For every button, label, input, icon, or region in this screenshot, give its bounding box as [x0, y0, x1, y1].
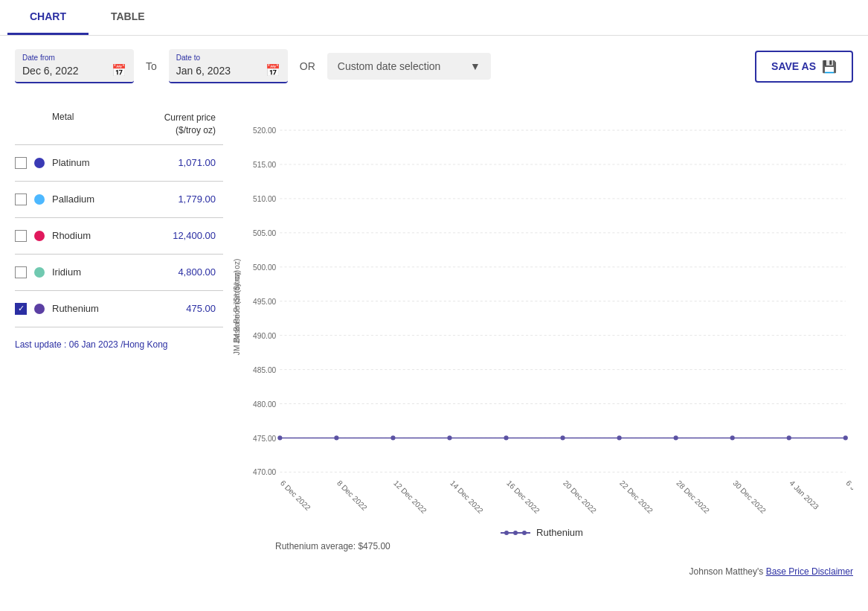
metal-price-platinum: 1,071.00	[178, 157, 223, 168]
data-dot-0	[277, 435, 282, 440]
legend-line-svg	[501, 529, 530, 537]
x-label-2: 12 Dec 2022	[392, 479, 428, 515]
last-update-label: Last update :	[15, 339, 66, 350]
data-dot-8	[730, 435, 735, 440]
metal-name-palladium: Palladium	[52, 193, 178, 205]
metal-price-palladium: 1,779.00	[178, 193, 223, 205]
x-label-1: 8 Dec 2022	[335, 479, 369, 512]
x-label-5: 20 Dec 2022	[562, 479, 598, 515]
chart-legend: Ruthenium	[231, 527, 853, 538]
y-label-7: 485.00	[253, 366, 276, 374]
to-separator: To	[146, 60, 157, 72]
checkbox-iridium[interactable]	[15, 266, 27, 278]
tab-chart[interactable]: CHART	[7, 0, 89, 35]
metal-name-iridium: Iridium	[52, 266, 178, 278]
metal-price-ruthenium: 475.00	[186, 303, 223, 314]
data-dot-2	[390, 435, 395, 440]
tab-bar: CHART TABLE	[0, 0, 868, 36]
main-content: Metal Current price ($/troy oz) Platinum…	[0, 97, 868, 559]
x-label-6: 22 Dec 2022	[618, 479, 655, 515]
custom-date-label: Custom date selection	[338, 60, 441, 72]
x-label-10: 6 Jan 2023	[844, 479, 853, 511]
y-axis-label: JM Base Price ($/troy oz)	[233, 259, 241, 344]
y-label-1: 515.00	[253, 161, 276, 169]
checkbox-ruthenium[interactable]	[15, 303, 27, 315]
chart-svg: JM Base Price ($/troy oz) 520.00515.0051…	[231, 104, 853, 521]
data-dot-7	[674, 435, 678, 440]
col-header-metal: Metal	[15, 112, 74, 137]
disclaimer-link[interactable]: Base Price Disclaimer	[766, 566, 853, 577]
metal-name-platinum: Platinum	[52, 157, 178, 168]
metal-row-palladium: Palladium1,779.00	[15, 182, 223, 218]
date-from-label: Date from	[22, 54, 126, 62]
svg-point-1	[504, 531, 509, 535]
data-dot-1	[334, 435, 338, 440]
save-as-label: SAVE AS	[771, 60, 816, 72]
dot-rhodium	[34, 231, 45, 241]
save-as-button[interactable]: SAVE AS 💾	[755, 51, 853, 83]
y-label-3: 505.00	[253, 229, 276, 237]
save-icon: 💾	[822, 60, 837, 74]
y-label-2: 510.00	[253, 195, 276, 203]
checkbox-palladium[interactable]	[15, 193, 27, 205]
metal-name-rhodium: Rhodium	[52, 230, 173, 241]
date-from-field[interactable]: Date from Dec 6, 2022 📅	[15, 49, 134, 83]
x-label-0: 6 Dec 2022	[279, 479, 312, 512]
checkbox-platinum[interactable]	[15, 157, 27, 169]
data-dot-5	[561, 435, 565, 440]
or-separator: OR	[300, 60, 315, 72]
metal-row-ruthenium: Ruthenium475.00	[15, 291, 223, 327]
x-label-9: 4 Jan 2023	[788, 479, 820, 511]
chart-area: JM Base Price ($/troy oz) 520.00515.0051…	[223, 104, 861, 551]
metals-rows: Platinum1,071.00Palladium1,779.00Rhodium…	[15, 145, 223, 327]
col-header-price: Current price ($/troy oz)	[164, 112, 223, 137]
y-label-10: 470.00	[253, 468, 276, 476]
tab-table[interactable]: TABLE	[89, 0, 167, 35]
footer-text: Johnson Matthey's	[689, 566, 764, 577]
x-label-3: 14 Dec 2022	[449, 479, 485, 515]
last-update: Last update : 06 Jan 2023 /Hong Kong	[15, 339, 223, 357]
date-to-field[interactable]: Date to Jan 6, 2023 📅	[169, 49, 288, 83]
metal-row-platinum: Platinum1,071.00	[15, 145, 223, 182]
data-dot-10	[843, 435, 848, 440]
metals-table: Metal Current price ($/troy oz) Platinum…	[15, 104, 223, 551]
metal-name-ruthenium: Ruthenium	[52, 303, 186, 314]
last-update-location: /Hong Kong	[120, 339, 167, 350]
data-dot-3	[447, 435, 451, 440]
legend-label: Ruthenium	[536, 527, 583, 538]
x-label-7: 28 Dec 2022	[675, 479, 711, 515]
svg-point-2	[513, 531, 518, 535]
last-update-date: 06 Jan 2023	[69, 339, 118, 350]
y-label-9: 475.00	[253, 435, 276, 443]
svg-point-3	[522, 531, 527, 535]
footer: Johnson Matthey's Base Price Disclaimer	[0, 559, 868, 584]
controls-bar: Date from Dec 6, 2022 📅 To Date to Jan 6…	[0, 36, 868, 97]
custom-date-select[interactable]: Custom date selection ▼	[327, 53, 491, 80]
dot-platinum	[34, 158, 45, 168]
dot-palladium	[34, 194, 45, 205]
checkbox-rhodium[interactable]	[15, 230, 27, 242]
x-label-8: 30 Dec 2022	[731, 479, 768, 515]
metals-table-header: Metal Current price ($/troy oz)	[15, 104, 223, 145]
date-to-label: Date to	[176, 54, 280, 62]
y-label-0: 520.00	[253, 127, 276, 135]
chevron-down-icon: ▼	[470, 60, 480, 72]
date-from-calendar-icon[interactable]: 📅	[112, 63, 126, 77]
date-to-value: Jan 6, 2023	[176, 65, 231, 77]
metal-row-rhodium: Rhodium12,400.00	[15, 218, 223, 255]
data-dot-9	[787, 435, 791, 440]
metal-price-rhodium: 12,400.00	[173, 230, 223, 241]
y-label-8: 480.00	[253, 400, 276, 409]
dot-iridium	[34, 267, 45, 278]
date-to-calendar-icon[interactable]: 📅	[266, 63, 280, 77]
dot-ruthenium	[34, 304, 45, 314]
metal-row-iridium: Iridium4,800.00	[15, 255, 223, 291]
date-from-value: Dec 6, 2022	[22, 65, 79, 77]
y-label-4: 500.00	[253, 263, 276, 272]
chart-average: Ruthenium average: $475.00	[231, 541, 853, 551]
data-dot-4	[504, 435, 508, 440]
y-label-6: 490.00	[253, 332, 276, 340]
x-label-4: 16 Dec 2022	[505, 479, 541, 515]
data-dot-6	[617, 435, 622, 440]
y-label-5: 495.00	[253, 298, 276, 306]
